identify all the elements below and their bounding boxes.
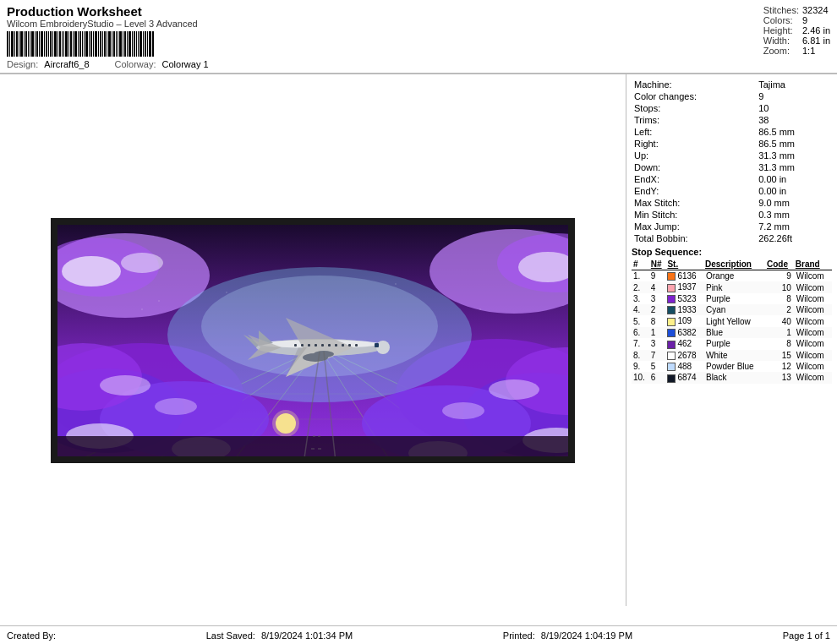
row-n: 3 [649,293,666,304]
svg-rect-59 [140,31,142,57]
col-header-desc: Description [703,259,765,270]
stats-panel: Stitches: 32324 Colors: 9 Height: 2.46 i… [763,5,830,56]
colorway-value: Colorway 1 [162,59,209,69]
printed-value: 8/19/2024 1:04:19 PM [541,630,632,641]
svg-point-101 [272,410,299,437]
endx-label: EndX: [632,173,756,185]
colorway-label: Colorway: [115,59,156,69]
row-num: 6. [632,327,649,338]
row-code: 15 [765,350,794,361]
svg-point-79 [100,375,150,396]
page-title: Production Worksheet [7,4,830,19]
svg-rect-12 [35,31,36,57]
svg-rect-110 [308,344,310,347]
svg-rect-31 [78,31,79,57]
row-code: 1 [765,327,794,338]
svg-rect-58 [138,31,139,57]
col-header-brand: Brand [794,259,832,270]
table-row: 10.66874Black13Wilcom [632,372,832,383]
svg-rect-114 [335,344,337,347]
svg-rect-15 [41,31,43,57]
right-panel: Machine: Tajima Color changes: 9 Stops: … [626,74,837,606]
max-jump-value: 7.2 mm [756,221,832,232]
svg-rect-47 [113,31,115,57]
svg-rect-3 [14,31,15,57]
zoom-label: Zoom: [763,46,802,56]
col-header-n: N# [649,259,666,270]
last-saved: Last Saved: 8/19/2024 1:01:34 PM [206,630,353,641]
svg-rect-34 [84,31,85,57]
row-brand: Wilcom [794,361,832,372]
col-header-st: St. [665,259,703,270]
svg-point-88 [442,402,484,419]
design-label: Design: [7,59,38,69]
svg-rect-48 [116,31,117,57]
row-code: 10 [765,281,794,292]
row-st: 6382 [665,327,703,338]
left-panel [0,74,626,606]
row-n: 9 [649,270,666,282]
specs-table: Machine: Tajima Color changes: 9 Stops: … [632,79,832,244]
svg-rect-36 [89,31,90,57]
stops-label: Stops: [632,102,756,114]
svg-rect-1 [9,31,10,57]
row-description: Blue [703,327,765,338]
last-saved-label: Last Saved: [206,630,255,641]
table-row: 9.5488Powder Blue12Wilcom [632,361,832,372]
svg-rect-111 [315,344,317,347]
svg-rect-22 [57,31,58,57]
svg-point-126 [158,300,160,302]
svg-rect-30 [74,31,77,57]
svg-rect-9 [28,31,29,57]
row-brand: Wilcom [794,372,832,383]
svg-rect-38 [93,31,94,57]
svg-point-87 [489,379,539,400]
color-swatch [667,363,676,371]
svg-rect-37 [90,31,92,57]
svg-rect-109 [301,344,304,347]
machine-label: Machine: [632,79,756,90]
row-st: 6874 [665,372,703,383]
svg-rect-53 [127,31,128,57]
total-bobbin-value: 262.26ft [756,232,832,244]
svg-rect-18 [48,31,49,57]
row-description: Purple [703,338,765,349]
row-st: 5323 [665,293,703,304]
table-row: 1.96136Orange9Wilcom [632,270,832,282]
svg-rect-61 [145,31,146,57]
row-code: 9 [765,270,794,282]
svg-rect-25 [63,31,64,57]
max-stitch-value: 9.0 mm [756,197,832,209]
svg-rect-50 [119,31,122,57]
svg-rect-118 [375,343,379,347]
width-label: Width: [763,35,802,46]
svg-rect-57 [136,31,137,57]
svg-point-94 [121,253,163,273]
footer: Created By: Last Saved: 8/19/2024 1:01:3… [0,625,837,644]
row-num: 5. [632,315,649,326]
svg-rect-16 [44,31,45,57]
row-n: 1 [649,327,666,338]
row-st: 6136 [665,270,703,282]
design-value: Aircraft6_8 [44,59,89,69]
color-swatch [667,295,676,303]
svg-point-93 [62,256,121,287]
main-content: Machine: Tajima Color changes: 9 Stops: … [0,74,837,606]
row-n: 3 [649,338,666,349]
svg-rect-6 [20,31,23,57]
row-code: 13 [765,372,794,383]
row-code: 12 [765,361,794,372]
svg-rect-11 [31,31,34,57]
svg-rect-108 [294,344,297,347]
color-table: # N# St. Description Code Brand 1.96136O… [632,259,832,384]
row-num: 8. [632,350,649,361]
printed: Printed: 8/19/2024 1:04:19 PM [503,630,632,641]
max-jump-label: Max Jump: [632,221,756,232]
svg-point-128 [395,283,397,285]
svg-point-127 [226,292,227,293]
col-header-num: # [632,259,649,270]
app-subtitle: Wilcom EmbroideryStudio – Level 3 Advanc… [7,19,830,29]
table-row: 2.41937Pink10Wilcom [632,281,832,292]
row-n: 5 [649,361,666,372]
svg-rect-32 [79,31,81,57]
